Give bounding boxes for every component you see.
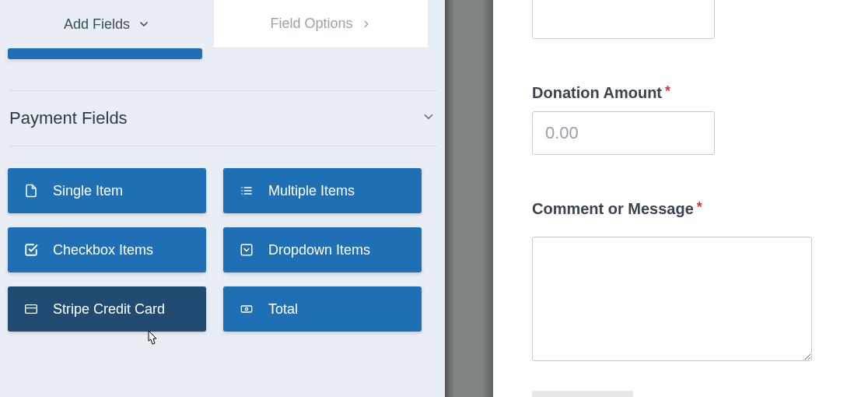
sidebar-tabs: Add Fields Field Options — [0, 0, 445, 48]
comment-message-label: Comment or Message * — [532, 200, 845, 218]
form-builder-sidebar: Add Fields Field Options Payment Fields — [0, 0, 445, 397]
dropdown-icon — [239, 242, 254, 258]
tab-add-fields[interactable]: Add Fields — [0, 0, 214, 48]
multiple-items-label: Multiple Items — [268, 183, 355, 199]
dropdown-items-button[interactable]: Dropdown Items — [223, 227, 422, 272]
credit-card-icon — [23, 301, 39, 317]
donation-amount-field[interactable] — [532, 111, 715, 155]
money-icon — [239, 301, 254, 317]
previous-field-input[interactable] — [532, 0, 715, 39]
required-asterisk: * — [665, 84, 670, 98]
svg-point-10 — [245, 307, 247, 310]
checkbox-items-label: Checkbox Items — [53, 242, 153, 258]
checkbox-items-button[interactable]: Checkbox Items — [8, 227, 206, 272]
svg-rect-7 — [26, 305, 37, 314]
svg-rect-9 — [241, 306, 251, 312]
total-button[interactable]: Total — [223, 286, 422, 332]
stripe-credit-card-label: Stripe Credit Card — [53, 301, 165, 318]
section-title: Payment Fields — [9, 108, 128, 128]
tab-field-options[interactable]: Field Options — [214, 0, 428, 48]
list-icon — [239, 183, 254, 198]
submit-button[interactable]: Submit — [532, 391, 633, 397]
total-label: Total — [268, 301, 298, 318]
tab-field-options-label: Field Options — [270, 16, 352, 32]
file-icon — [23, 183, 39, 198]
stripe-credit-card-button[interactable]: Stripe Credit Card — [8, 286, 206, 332]
dropdown-items-label: Dropdown Items — [268, 242, 370, 258]
form-preview: Donation Amount * Comment or Message * S… — [493, 0, 868, 397]
comment-message-field[interactable] — [532, 237, 812, 361]
single-item-label: Single Item — [53, 183, 123, 199]
panel-divider — [445, 0, 493, 397]
chevron-right-icon — [361, 19, 372, 30]
previous-section-edge — [8, 48, 202, 59]
comment-message-label-text: Comment or Message — [532, 200, 694, 218]
multiple-items-button[interactable]: Multiple Items — [223, 168, 422, 213]
chevron-down-icon — [422, 110, 436, 127]
svg-rect-6 — [241, 244, 252, 255]
donation-amount-label: Donation Amount * — [532, 84, 845, 102]
chevron-down-icon — [138, 18, 150, 30]
payment-fields-section-header[interactable]: Payment Fields — [8, 90, 437, 146]
single-item-button[interactable]: Single Item — [8, 168, 206, 213]
tab-add-fields-label: Add Fields — [64, 16, 130, 33]
required-asterisk: * — [697, 200, 702, 214]
donation-amount-label-text: Donation Amount — [532, 84, 662, 102]
checkbox-icon — [23, 242, 39, 258]
payment-fields-grid: Single Item Multiple Items Checkbox Item… — [8, 168, 437, 332]
